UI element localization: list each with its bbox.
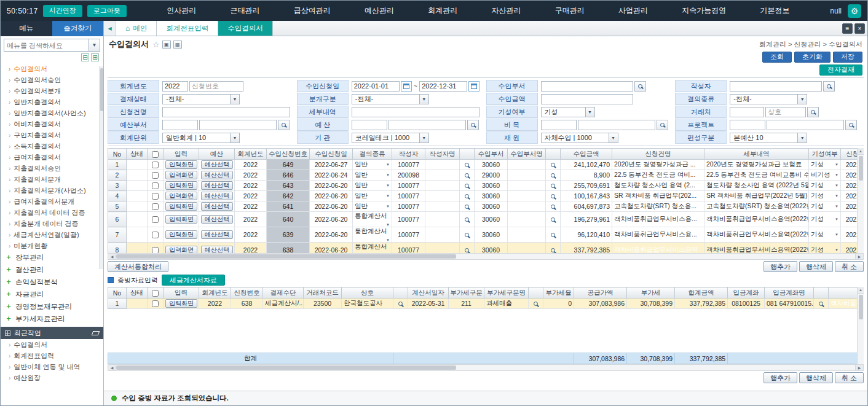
vendor-name-input[interactable] — [765, 107, 806, 117]
input-button[interactable]: 입력화면 — [165, 160, 197, 169]
favorite-star-icon[interactable]: ☆ — [152, 40, 160, 49]
input-button[interactable]: 입력화면 — [165, 171, 197, 179]
delete-row-button[interactable]: 행삭제 — [799, 372, 833, 383]
fiscal-year-input[interactable] — [162, 81, 188, 92]
save-button[interactable]: 저장 — [833, 52, 862, 63]
search-icon[interactable] — [465, 233, 469, 237]
sidebar-menu-item[interactable]: › 수입결의서분개 — [1, 85, 103, 96]
top-menu-item[interactable]: 회계관리 — [428, 6, 457, 16]
expense-item-name-input[interactable] — [578, 120, 655, 130]
input-button[interactable]: 입력화면 — [165, 215, 197, 224]
search-icon[interactable] — [819, 302, 823, 306]
income-dept-input[interactable] — [541, 81, 633, 92]
invoice-merge-button[interactable]: 계산서통합처리 — [108, 261, 168, 272]
document-tab[interactable]: 회계전표입력 — [157, 21, 218, 36]
plus-icon[interactable]: + — [6, 278, 12, 286]
input-button[interactable]: 입력화면 — [165, 246, 197, 253]
sidebar-menu-item[interactable]: › 소득지출결의서 — [1, 141, 103, 152]
row-checkbox[interactable] — [152, 232, 159, 238]
search-icon[interactable] — [551, 217, 555, 222]
scroll-left-icon[interactable]: ◀ — [108, 254, 116, 259]
table-row[interactable]: 3입력화면예산선택20226432022-06-20일반▼10007730060… — [108, 181, 864, 191]
decision-type-select[interactable]: 통합계산서▼ — [353, 212, 392, 227]
collapse-all-icon[interactable]: ⊟ — [81, 53, 89, 61]
calendar-icon[interactable] — [401, 81, 412, 92]
completion-select[interactable]: 기성▼ — [541, 107, 595, 117]
top-menu-item[interactable]: 사업관리 — [618, 6, 648, 16]
completion-select[interactable]: 비기성▼ — [809, 170, 841, 181]
sidebar-menu-item[interactable]: › 지출결의서승인 — [1, 163, 103, 174]
completion-select[interactable]: 기성▼ — [809, 181, 841, 191]
add-row-button[interactable]: 행추가 — [763, 261, 797, 272]
top-menu-item[interactable]: 자산관리 — [492, 6, 521, 16]
search-icon[interactable] — [551, 184, 555, 188]
project-name-input[interactable] — [767, 120, 844, 130]
search-icon[interactable] — [465, 217, 469, 222]
search-icon[interactable] — [551, 233, 555, 237]
input-button[interactable]: 입력화면 — [165, 192, 197, 200]
budget-name-input[interactable] — [389, 120, 466, 130]
row-checkbox[interactable] — [152, 193, 159, 200]
sidebar-menu-item[interactable]: › 급여지출결의서분개 — [1, 196, 103, 207]
search-icon[interactable] — [845, 120, 857, 130]
scroll-right-icon[interactable]: ▶ — [855, 254, 863, 259]
budget-button[interactable]: 예산선택 — [201, 230, 233, 239]
search-icon[interactable] — [467, 120, 479, 130]
budget-button[interactable]: 예산선택 — [201, 160, 233, 169]
budget-code-input[interactable] — [352, 120, 387, 130]
sidebar-group-item[interactable]: + 자금관리 — [1, 288, 103, 300]
row-checkbox[interactable] — [152, 162, 159, 168]
plus-icon[interactable]: + — [6, 302, 12, 311]
decision-type-select[interactable]: 일반▼ — [353, 181, 392, 191]
logout-button[interactable]: 로그아웃 — [87, 5, 127, 17]
search-icon[interactable] — [465, 205, 469, 209]
table-row[interactable]: 1입력화면예산선택20226492022-06-27일반▼10007730060… — [108, 160, 864, 170]
settings-gear-icon[interactable]: ⚙ — [848, 4, 861, 18]
close-tab-icon[interactable]: × — [854, 23, 865, 34]
input-button[interactable]: 입력화면 — [165, 230, 197, 239]
search-icon[interactable] — [657, 120, 668, 130]
table-row[interactable]: 8입력화면예산선택20226382022-06-20통합계산서▼10007730… — [108, 243, 864, 254]
sidebar-group-item[interactable]: + 부가세자료관리 — [1, 313, 103, 325]
table-row[interactable]: 6입력화면예산선택20226402022-06-20통합계산서▼10007730… — [108, 212, 864, 227]
sidebar-scrollbar[interactable] — [99, 66, 103, 269]
recent-work-item[interactable]: › 수입결의서 — [1, 339, 103, 350]
row-checkbox[interactable] — [152, 300, 159, 307]
completion-select[interactable]: 기성▼ — [809, 212, 841, 227]
tax-invoice-button[interactable]: 세금계산서자료 — [162, 275, 225, 286]
row-checkbox[interactable] — [152, 203, 159, 210]
expand-all-icon[interactable]: ⊞ — [91, 53, 99, 61]
decision-type-select[interactable]: -전체-▼ — [730, 94, 807, 104]
date-to-input[interactable] — [419, 81, 467, 92]
delete-row-button[interactable]: 행삭제 — [799, 261, 833, 272]
budget-button[interactable]: 예산선택 — [201, 181, 233, 190]
decision-type-select[interactable]: 일반▼ — [353, 170, 392, 181]
recent-work-item[interactable]: › 예산원장 — [1, 372, 103, 383]
calendar-icon[interactable] — [468, 81, 479, 92]
document-tab[interactable]: 수입결의서 — [218, 21, 273, 36]
top-menu-item[interactable]: 기본정보 — [760, 6, 790, 16]
expense-item-code-input[interactable] — [541, 120, 577, 130]
fund-select[interactable]: 자체수입 | 1000▼ — [541, 133, 618, 143]
search-icon[interactable] — [823, 81, 835, 92]
eraser-icon[interactable] — [92, 331, 100, 335]
search-icon[interactable] — [534, 302, 538, 306]
completion-select[interactable]: 기성▼ — [809, 227, 841, 243]
request-name-input[interactable] — [162, 107, 290, 117]
sidebar-group-item[interactable]: + 경영정보재무관리 — [1, 300, 103, 313]
menu-search-input[interactable] — [4, 39, 89, 51]
grid-vertical-scrollbar[interactable]: ▲ — [857, 287, 864, 364]
search-icon[interactable] — [465, 173, 469, 178]
completion-select[interactable]: 기성▼ — [809, 191, 841, 201]
plus-icon[interactable]: + — [6, 265, 12, 274]
reset-button[interactable]: 초기화 — [794, 52, 831, 63]
sidebar-group-item[interactable]: + 장부관리 — [1, 251, 103, 264]
top-menu-item[interactable]: 예산관리 — [365, 6, 394, 16]
sidebar-menu-item[interactable]: › 구입지출결의서 — [1, 130, 103, 141]
account-unit-select[interactable]: 일반회계 | 10▼ — [162, 133, 240, 143]
search-icon[interactable] — [634, 81, 646, 92]
row-checkbox[interactable] — [152, 182, 159, 189]
search-icon[interactable] — [551, 194, 555, 198]
sidebar-group-item[interactable]: + 결산관리 — [1, 264, 103, 276]
decision-type-select[interactable]: 일반▼ — [353, 160, 392, 170]
